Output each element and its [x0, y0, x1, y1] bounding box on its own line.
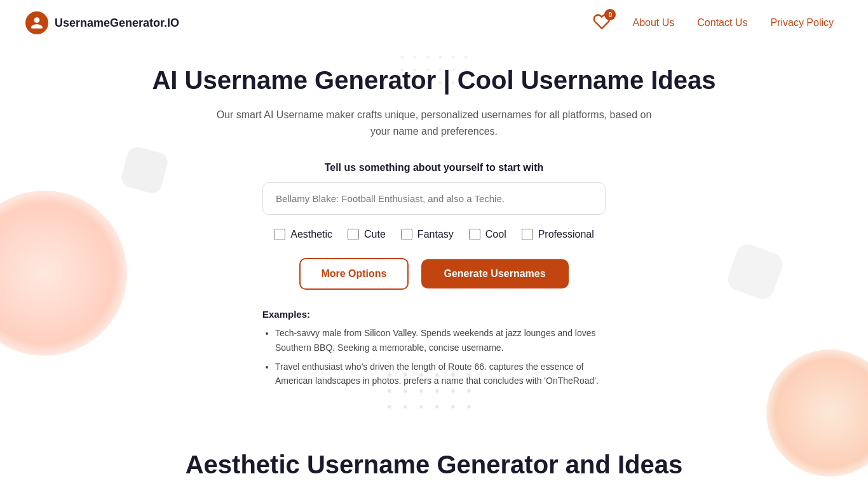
- checkbox-professional[interactable]: Professional: [522, 229, 594, 240]
- nav-privacy-policy[interactable]: Privacy Policy: [761, 12, 843, 34]
- logo-link[interactable]: UsernameGenerator.IO: [25, 11, 179, 34]
- checkbox-professional-label: Professional: [538, 229, 594, 240]
- checkbox-fantasy[interactable]: Fantasy: [401, 229, 454, 240]
- checkbox-cool-input[interactable]: [469, 229, 480, 240]
- checkbox-aesthetic[interactable]: Aesthetic: [274, 229, 332, 240]
- style-checkboxes: Aesthetic Cute Fantasy Cool Professional: [274, 229, 593, 240]
- checkbox-cute-label: Cute: [364, 229, 386, 240]
- checkbox-fantasy-label: Fantasy: [417, 229, 454, 240]
- examples-list: Tech-savvy male from Silicon Valley. Spe…: [262, 326, 606, 388]
- nav-about-us[interactable]: About Us: [623, 12, 683, 34]
- checkbox-cool-label: Cool: [485, 229, 506, 240]
- checkbox-cool[interactable]: Cool: [469, 229, 506, 240]
- header: UsernameGenerator.IO 0 About Us Contact …: [0, 0, 868, 46]
- main-content: AI Username Generator | Cool Username Id…: [0, 46, 868, 419]
- checkbox-aesthetic-input[interactable]: [274, 229, 285, 240]
- checkbox-aesthetic-label: Aesthetic: [290, 229, 332, 240]
- input-label: Tell us something about yourself to star…: [325, 162, 544, 173]
- example-item-1: Tech-savvy male from Silicon Valley. Spe…: [275, 326, 606, 355]
- example-item-2: Travel enthusiast who's driven the lengt…: [275, 360, 606, 388]
- more-options-button[interactable]: More Options: [299, 258, 408, 290]
- hero-title: AI Username Generator | Cool Username Id…: [152, 65, 715, 95]
- favorites-badge: 0: [604, 9, 616, 20]
- checkbox-cute[interactable]: Cute: [348, 229, 386, 240]
- logo-icon: [25, 11, 48, 34]
- checkbox-cute-input[interactable]: [348, 229, 359, 240]
- checkbox-professional-input[interactable]: [522, 229, 533, 240]
- examples-title: Examples:: [262, 309, 606, 320]
- bottom-section: Aesthetic Username Generator and Ideas: [0, 419, 868, 488]
- nav-contact-us[interactable]: Contact Us: [688, 12, 756, 34]
- logo-text: UsernameGenerator.IO: [55, 17, 179, 30]
- checkbox-fantasy-input[interactable]: [401, 229, 412, 240]
- generate-button[interactable]: Generate Usernames: [421, 259, 569, 288]
- bottom-title: Aesthetic Username Generator and Ideas: [13, 451, 855, 479]
- favorites-button[interactable]: 0: [593, 13, 611, 33]
- action-buttons: More Options Generate Usernames: [299, 258, 568, 290]
- user-description-input[interactable]: [262, 182, 606, 215]
- main-nav: 0 About Us Contact Us Privacy Policy: [593, 12, 843, 34]
- hero-subtitle: Our smart AI Username maker crafts uniqu…: [212, 107, 656, 139]
- examples-section: Examples: Tech-savvy male from Silicon V…: [262, 309, 606, 393]
